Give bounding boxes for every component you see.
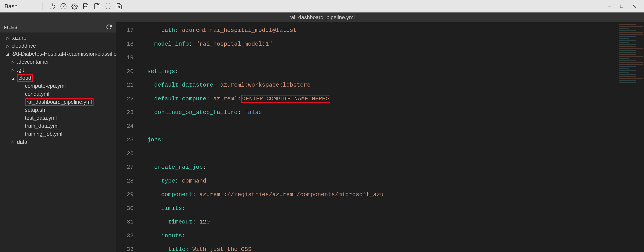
maximize-button[interactable] bbox=[616, 1, 627, 12]
power-icon[interactable] bbox=[48, 2, 57, 11]
svg-point-0 bbox=[61, 4, 66, 9]
line-gutter: 1718192021222324252627282930313233 bbox=[116, 22, 138, 252]
tree-item[interactable]: ▷.devcontainer bbox=[0, 58, 116, 66]
minimap[interactable] bbox=[617, 22, 644, 252]
preview-icon[interactable] bbox=[114, 2, 124, 11]
file-explorer: FILES ▷.azure▷clouddrive◢RAI-Diabetes-Ho… bbox=[0, 22, 116, 252]
upload-download-icon[interactable] bbox=[81, 2, 90, 11]
braces-icon[interactable] bbox=[103, 2, 113, 11]
terminal-selector[interactable]: Bash bbox=[4, 3, 38, 10]
tree-item[interactable]: training_job.yml bbox=[0, 130, 116, 138]
new-file-icon[interactable] bbox=[92, 2, 102, 11]
tree-item[interactable]: ▷.git bbox=[0, 66, 116, 74]
refresh-icon[interactable] bbox=[106, 24, 112, 31]
svg-line-6 bbox=[120, 8, 120, 8]
terminal-label: Bash bbox=[4, 3, 18, 10]
tree-item[interactable]: ◢cloud bbox=[0, 74, 116, 82]
tree-item[interactable]: ▷data bbox=[0, 138, 116, 146]
editor[interactable]: 1718192021222324252627282930313233 path:… bbox=[116, 22, 644, 252]
svg-point-5 bbox=[118, 6, 120, 8]
tree-item[interactable]: conda.yml bbox=[0, 90, 116, 98]
close-button[interactable] bbox=[629, 1, 640, 12]
sidebar-title: FILES bbox=[4, 25, 18, 30]
svg-rect-8 bbox=[620, 5, 623, 8]
tree-item[interactable]: train_data.yml bbox=[0, 122, 116, 130]
tree-item[interactable]: ◢RAI-Diabetes-Hospital-Readmission-class… bbox=[0, 50, 116, 58]
tab-bar: rai_dashboard_pipeline.yml bbox=[0, 12, 644, 22]
separator bbox=[42, 2, 43, 10]
tree-item[interactable]: ▷clouddrive bbox=[0, 42, 116, 50]
tree-item[interactable]: ▷.azure bbox=[0, 34, 116, 42]
toolbar: Bash bbox=[0, 0, 644, 12]
code-content[interactable]: path: azureml:rai_hospital_model@latest … bbox=[138, 22, 617, 252]
file-tree: ▷.azure▷clouddrive◢RAI-Diabetes-Hospital… bbox=[0, 32, 116, 147]
tree-item[interactable]: compute-cpu.yml bbox=[0, 82, 116, 90]
svg-point-2 bbox=[74, 5, 76, 7]
minimize-button[interactable] bbox=[604, 1, 614, 12]
active-tab-filename[interactable]: rai_dashboard_pipeline.yml bbox=[289, 14, 355, 20]
tree-item[interactable]: setup.sh bbox=[0, 106, 116, 114]
tree-item[interactable]: rai_dashboard_pipeline.yml bbox=[0, 98, 116, 106]
settings-icon[interactable] bbox=[70, 2, 79, 11]
tree-item[interactable]: test_data.yml bbox=[0, 114, 116, 122]
sidebar-header: FILES bbox=[0, 22, 116, 32]
help-icon[interactable] bbox=[59, 2, 68, 11]
